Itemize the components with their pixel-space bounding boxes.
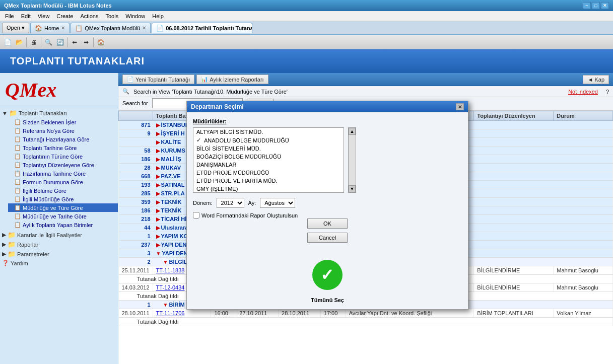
toolbar-refresh[interactable]: 🔄 <box>54 37 65 48</box>
dept-dialog: Departman Seçimi ✕ Müdürlükler: ALTYAPI … <box>186 101 468 310</box>
toolbar-home[interactable]: 🏠 <box>95 37 106 48</box>
word-format-checkbox[interactable] <box>193 212 199 219</box>
sidebar-folder-raporlar[interactable]: ▶ 📁 Raporlar <box>0 240 118 249</box>
dept-list[interactable]: ALTYAPI BİLGİ SİST.MÜD. ANADOLU BÖLGE MÜ… <box>193 127 344 193</box>
row-status-tutanak3: Tutanak Dağıtıldı <box>134 318 613 326</box>
sidebar-item-tarih[interactable]: 📋Toplantı Tarihine Göre <box>8 143 118 152</box>
tab-home-close[interactable]: ✕ <box>61 25 65 31</box>
dept-item-etud[interactable]: ETÜD PROJE MÜDÜRLÜĞÜ <box>193 169 344 177</box>
dept-dialog-title-label: Departman Seçimi <box>191 103 244 110</box>
search-title: Search in View 'Toplantı Tutanağı\10. Mü… <box>133 89 288 95</box>
row-num: 193 <box>119 181 153 189</box>
toolbar-back[interactable]: ⬅ <box>69 37 80 48</box>
dept-scrollbar[interactable]: ▲ ▼ <box>348 127 356 193</box>
tab-qmex[interactable]: 📋 QMex Toplantı Modülü ✕ <box>71 23 151 33</box>
page-title: TOPLANTI TUTANAKLARI <box>10 55 145 66</box>
dept-dialog-close-btn[interactable]: ✕ <box>456 103 464 110</box>
donem-year-select[interactable]: 2012 <box>217 198 244 208</box>
menu-actions[interactable]: Actions <box>77 12 101 20</box>
tab-home[interactable]: 🏠 Home ✕ <box>30 23 70 33</box>
menu-edit[interactable]: Edit <box>18 12 34 20</box>
dept-right-panel: OK Cancel ✓ Tümünü Seç <box>193 219 462 303</box>
menu-file[interactable]: File <box>2 12 17 20</box>
window-title: QMex Toplantı Modülü - IBM Lotus Notes <box>4 3 112 9</box>
row-time2: 17:00 <box>320 309 346 318</box>
row-num: 9 <box>119 129 153 138</box>
sidebar-item-aylik[interactable]: 📋Aylık Toplantı Yapan Birimler <box>8 221 118 229</box>
col-status: Durum <box>554 111 613 121</box>
view-nav: 📄 Yeni Toplantı Tutanağı 📊 Aylık İzleme … <box>118 73 613 86</box>
folder-icon-kararlar: 📁 <box>8 231 16 239</box>
empty2 <box>119 292 134 300</box>
dept-item-etudharita[interactable]: ETÜD PROJE VE HARİTA MÜD. <box>193 177 344 185</box>
toolbar-open[interactable]: 📂 <box>14 37 25 48</box>
sidebar-item-durum[interactable]: 📋Formun Durumuna Göre <box>8 178 118 186</box>
open-btn-label: Open ▾ <box>7 25 25 31</box>
checkmark-area: ✓ Tümünü Seç <box>311 255 344 303</box>
open-button[interactable]: Open ▾ <box>2 23 29 33</box>
dept-left-panel: Müdürlükler: ALTYAPI BİLGİ SİST.MÜD. ANA… <box>193 118 462 219</box>
sidebar-item-hazirlayan[interactable]: 📋Tutanağı Hazırlayana Göre <box>8 135 118 143</box>
sidebar-item-referans[interactable]: 📋Referans No'ya Göre <box>8 126 118 135</box>
help-btn[interactable]: ? <box>606 89 609 95</box>
checkmark-icon[interactable]: ✓ <box>312 260 343 290</box>
sidebar-folder-yardim[interactable]: ❓ Yardım <box>0 259 118 267</box>
row-code[interactable]: TT-11-1706 <box>153 309 211 318</box>
sidebar-item-hazirlanma[interactable]: 📋Hazırlanma Tarihine Göre <box>8 169 118 178</box>
raporlar-expand-icon: ▶ <box>2 241 6 248</box>
ay-select[interactable]: Ağustos <box>260 198 295 208</box>
dept-item-danismanlar[interactable]: DANIŞMANLAR <box>193 161 344 169</box>
sidebar-item-tur[interactable]: 📋Toplantının Türüne Göre <box>8 152 118 161</box>
dept-ok-btn[interactable]: OK <box>307 219 348 229</box>
toolbar-search[interactable]: 🔍 <box>43 37 54 48</box>
menu-tools[interactable]: Tools <box>102 12 121 20</box>
sidebar-folder-tutanaklar[interactable]: ▼ 📁 Toplantı Tutanakları <box>0 108 118 118</box>
qmex-tab-icon: 📋 <box>75 25 83 32</box>
toolbar-print[interactable]: 🖨 <box>28 37 39 48</box>
menu-help[interactable]: Help <box>149 12 167 20</box>
sidebar-folder-parametreler[interactable]: ▶ 📁 Parametreler <box>0 249 118 259</box>
sidebar-item-duzenleyen[interactable]: 📋Toplantıyı Düzenleyene Göre <box>8 161 118 169</box>
new-tutanak-btn[interactable]: 📄 Yeni Toplantı Tutanağı <box>122 75 194 84</box>
toolbar-new[interactable]: 📄 <box>2 37 13 48</box>
referans-icon: 📋 <box>14 127 21 134</box>
tab-bar: Open ▾ 🏠 Home ✕ 📋 QMex Toplantı Modülü ✕… <box>0 21 613 35</box>
menu-view[interactable]: View <box>35 12 53 20</box>
row-num: 285 <box>119 189 153 198</box>
sidebar-item-mudurluge[interactable]: 📋İlgili Müdürlüğe Göre <box>8 195 118 203</box>
not-indexed-link[interactable]: Not indexed <box>568 89 598 95</box>
tab-qmex-close[interactable]: ✕ <box>142 25 146 31</box>
sidebar-folder-kararlar[interactable]: ▶ 📁 Kararlar ile İlgili Faaliyetler <box>0 230 118 240</box>
toolbar: 📄 📂 🖨 🔍 🔄 ⬅ ➡ 🏠 <box>0 35 613 49</box>
sidebar-item-beklenen[interactable]: 📋Sizden Beklenen İşler <box>8 118 118 126</box>
dept-item-bgazici[interactable]: BOĞAZİÇİ BÖLGE MÜDÜRLÜĞÜ <box>193 153 344 161</box>
table-row: Tutanak Dağıtıldı <box>119 318 613 326</box>
minimize-btn[interactable]: − <box>583 2 591 9</box>
tumunu-sec-label: Tümünü Seç <box>311 297 344 303</box>
mudurture-icon: 📋 <box>14 204 21 211</box>
toolbar-forward[interactable]: ➡ <box>81 37 92 48</box>
scroll-up-btn[interactable]: ▲ <box>349 128 356 135</box>
dept-cancel-btn[interactable]: Cancel <box>307 233 348 243</box>
sidebar-item-bolum[interactable]: 📋İlgili Bölüme Göre <box>8 186 118 195</box>
dept-item-bilgi[interactable]: BİLGİ SİSTEMLERİ MÜD. <box>193 144 344 153</box>
row-status-cell3: Tutanak Dağıtıldı <box>119 318 613 326</box>
dept-item-altyapi[interactable]: ALTYAPI BİLGİ SİST.MÜD. <box>193 128 344 136</box>
dept-item-gmy[interactable]: GMY (İŞLETME) <box>193 185 344 193</box>
maximize-btn[interactable]: □ <box>592 2 600 9</box>
close-view-btn[interactable]: ◄ Kap <box>583 75 609 84</box>
row-num: 28 <box>119 164 153 172</box>
tab-tutanak-label: 06.08.2012 Tarihli Toplantı Tutanağı ... <box>166 25 252 31</box>
tutanaklar-items: 📋Sizden Beklenen İşler 📋Referans No'ya G… <box>0 118 118 229</box>
menu-window[interactable]: Window <box>122 12 148 20</box>
dept-item-anadolu[interactable]: ANADOLU BÖLGE MÜDÜRLÜĞÜ <box>193 136 344 144</box>
tab-tutanak[interactable]: 📄 06.08.2012 Tarihli Toplantı Tutanağı .… <box>152 23 252 33</box>
sidebar-item-mudurture[interactable]: 📋Müdürlüğe ve Türe Göre <box>8 203 118 212</box>
monthly-report-btn[interactable]: 📊 Aylık İzleme Raporları <box>196 75 268 84</box>
close-btn[interactable]: ✕ <box>601 2 609 9</box>
scroll-down-btn[interactable]: ▼ <box>349 185 356 192</box>
durum-icon: 📋 <box>14 179 21 185</box>
row-type-birim: BİRİM TOPLANTILARI <box>474 309 554 318</box>
sidebar-item-mudurtarih[interactable]: 📋Müdürlüğe ve Tarihe Göre <box>8 212 118 221</box>
menu-create[interactable]: Create <box>53 12 76 20</box>
